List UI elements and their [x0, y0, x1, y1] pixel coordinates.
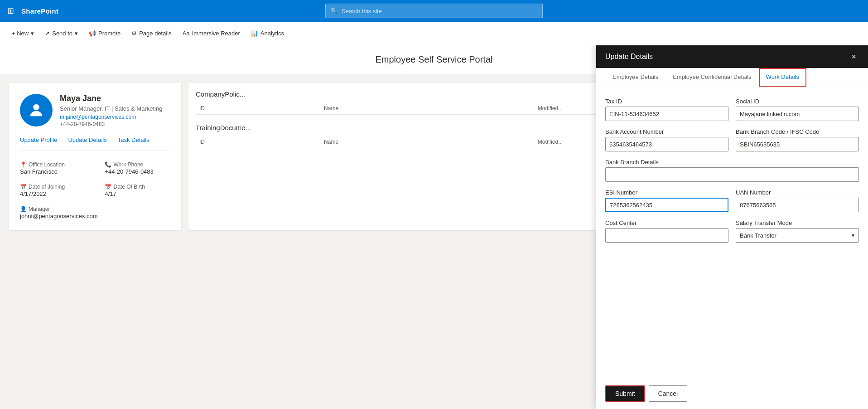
profile-info: Maya Jane Senior Manager, IT | Sales & M… — [60, 94, 170, 127]
profile-details: 📍Office Location San Francisco 📞Work Pho… — [20, 160, 170, 219]
search-icon: 🔍 — [330, 7, 338, 15]
send-to-label: Send to — [52, 30, 72, 37]
office-location-item: 📍Office Location San Francisco — [20, 160, 97, 175]
esi-number-group: ESI Number — [605, 189, 728, 212]
col-name: Name — [320, 102, 534, 115]
calendar-icon2: 📅 — [105, 184, 111, 190]
bank-branch-details-label: Bank Branch Details — [605, 159, 859, 166]
panel-footer: Submit Cancel — [596, 378, 868, 409]
tab-employee-details[interactable]: Employee Details — [605, 68, 665, 87]
tab-employee-confidential[interactable]: Employee Confidential Details — [665, 68, 758, 87]
tax-id-label: Tax ID — [605, 98, 728, 105]
bank-branch-code-input[interactable] — [736, 137, 859, 151]
new-label: + New — [12, 30, 29, 37]
update-details-link[interactable]: Update Details — [68, 136, 106, 143]
esi-number-input[interactable] — [605, 198, 728, 212]
uan-number-label: UAN Number — [736, 189, 859, 196]
tax-id-group: Tax ID — [605, 98, 728, 121]
panel-header: Update Details × — [596, 45, 868, 68]
panel-tabs: Employee Details Employee Confidential D… — [596, 68, 868, 87]
profile-title: Senior Manager, IT | Sales & Marketing — [60, 105, 170, 112]
profile-card: Maya Jane Senior Manager, IT | Sales & M… — [9, 83, 181, 230]
chevron-down-icon: ▾ — [75, 30, 78, 37]
esi-number-label: ESI Number — [605, 189, 728, 196]
col-id2: ID — [196, 136, 320, 148]
settings-icon: ⚙ — [131, 30, 137, 37]
bank-account-group: Bank Account Number — [605, 128, 728, 151]
page-details-label: Page details — [139, 30, 172, 37]
analytics-button[interactable]: 📊 Analytics — [246, 27, 289, 39]
panel-body: Tax ID Social ID Bank Account Number Ban… — [596, 87, 868, 378]
user-icon — [27, 101, 45, 119]
form-row-4: ESI Number UAN Number — [605, 189, 859, 212]
salary-transfer-select[interactable]: Bank Transfer Cash Cheque — [736, 228, 859, 243]
promote-icon: 📢 — [89, 30, 96, 37]
search-input[interactable] — [342, 8, 538, 15]
date-of-joining-value: 4/17/2022 — [20, 190, 97, 197]
update-profile-link[interactable]: Update Profile — [20, 136, 57, 143]
profile-name: Maya Jane — [60, 94, 170, 103]
social-id-input[interactable] — [736, 107, 859, 121]
new-button[interactable]: + New ▾ — [7, 27, 39, 39]
analytics-icon: 📊 — [251, 30, 258, 37]
immersive-reader-label: Immersive Reader — [192, 30, 240, 37]
form-row-1: Tax ID Social ID — [605, 98, 859, 121]
form-row-5: Cost Center Salary Transfer Mode Bank Tr… — [605, 219, 859, 243]
bank-branch-details-group: Bank Branch Details — [605, 159, 859, 182]
date-of-birth-item: 📅Date Of Birth 4/17 — [105, 182, 170, 197]
chevron-down-icon: ▾ — [31, 30, 34, 37]
phone-icon: 📞 — [105, 161, 111, 168]
cancel-button[interactable]: Cancel — [649, 385, 688, 402]
submit-button[interactable]: Submit — [605, 385, 645, 402]
calendar-icon: 📅 — [20, 184, 27, 190]
panel-title: Update Details — [605, 53, 653, 61]
salary-transfer-label: Salary Transfer Mode — [736, 219, 859, 226]
location-icon: 📍 — [20, 161, 27, 168]
cost-center-input[interactable] — [605, 228, 728, 243]
send-to-button[interactable]: ↗ Send to ▾ — [40, 27, 82, 39]
panel-close-button[interactable]: × — [849, 52, 859, 62]
bank-account-label: Bank Account Number — [605, 128, 728, 135]
office-location-value: San Francisco — [20, 168, 97, 175]
grid-icon[interactable]: ⊞ — [5, 4, 16, 18]
tax-id-input[interactable] — [605, 107, 728, 121]
manager-value: johnt@pentagonservices.com — [20, 213, 97, 219]
sharepoint-logo: SharePoint — [21, 7, 58, 15]
profile-header: Maya Jane Senior Manager, IT | Sales & M… — [20, 94, 170, 127]
bank-branch-code-group: Bank Branch Code / IFSC Code — [736, 128, 859, 151]
work-phone-item: 📞Work Phone +44-20-7946-0483 — [105, 160, 170, 175]
form-row-3: Bank Branch Details — [605, 159, 859, 182]
salary-transfer-select-wrapper: Bank Transfer Cash Cheque — [736, 228, 859, 243]
page-details-button[interactable]: ⚙ Page details — [127, 27, 176, 39]
salary-transfer-group: Salary Transfer Mode Bank Transfer Cash … — [736, 219, 859, 243]
date-of-birth-value: 4/17 — [105, 190, 170, 197]
profile-links: Update Profile Update Details Task Detai… — [20, 136, 170, 151]
col-name2: Name — [320, 136, 534, 148]
bank-account-input[interactable] — [605, 137, 728, 151]
immersive-reader-button[interactable]: Aa Immersive Reader — [178, 27, 245, 39]
toolbar: + New ▾ ↗ Send to ▾ 📢 Promote ⚙ Page det… — [0, 22, 868, 45]
update-details-panel: Update Details × Employee Details Employ… — [596, 45, 868, 409]
bank-branch-code-label: Bank Branch Code / IFSC Code — [736, 128, 859, 135]
search-bar[interactable]: 🔍 — [325, 4, 543, 18]
uan-number-group: UAN Number — [736, 189, 859, 212]
person-icon: 👤 — [20, 206, 27, 212]
date-of-joining-item: 📅Date of Joining 4/17/2022 — [20, 182, 97, 197]
manager-item: 👤Manager johnt@pentagonservices.com — [20, 204, 97, 219]
bank-branch-details-input[interactable] — [605, 167, 859, 182]
col-id: ID — [196, 102, 320, 115]
profile-phone: +44-20-7946-0483 — [60, 121, 170, 127]
tab-work-details[interactable]: Work Details — [759, 68, 806, 87]
uan-number-input[interactable] — [736, 198, 859, 212]
form-row-2: Bank Account Number Bank Branch Code / I… — [605, 128, 859, 151]
social-id-group: Social ID — [736, 98, 859, 121]
analytics-label: Analytics — [260, 30, 284, 37]
avatar — [20, 94, 53, 127]
cost-center-group: Cost Center — [605, 219, 728, 243]
work-phone-value: +44-20-7946-0483 — [105, 168, 170, 175]
immersive-reader-icon: Aa — [183, 30, 190, 37]
task-details-link[interactable]: Task Details — [118, 136, 149, 143]
top-navigation: ⊞ SharePoint 🔍 — [0, 0, 868, 22]
promote-button[interactable]: 📢 Promote — [84, 27, 125, 39]
promote-label: Promote — [98, 30, 121, 37]
